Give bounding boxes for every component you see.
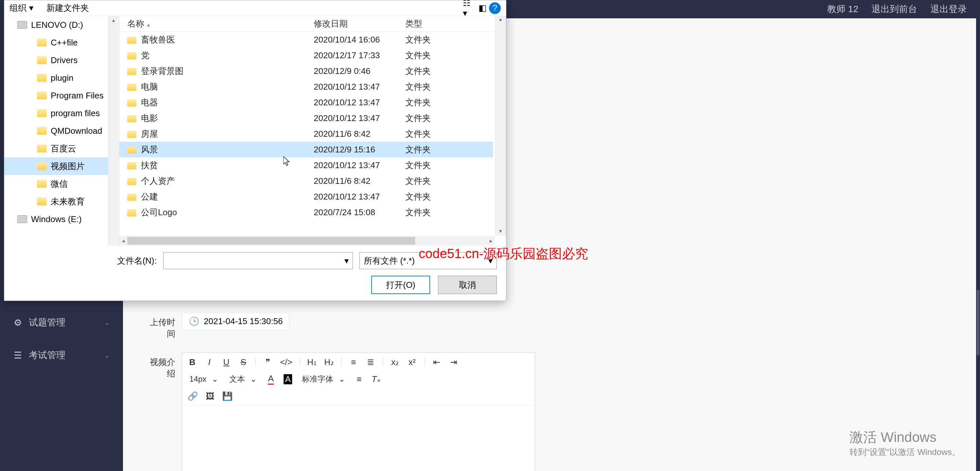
tree-label: 微信	[51, 178, 68, 190]
tree-label: C++file	[51, 38, 78, 48]
open-button[interactable]: 打开(O)	[371, 276, 430, 294]
image-button[interactable]: 🖼	[205, 390, 215, 402]
tree-scrollbar[interactable]: ▴	[108, 16, 119, 246]
code-button[interactable]: </>	[280, 356, 293, 368]
folder-icon	[127, 99, 137, 107]
bold-button[interactable]: B	[188, 356, 197, 368]
tree-folder[interactable]: Program Files	[4, 87, 119, 104]
filename-label: 文件名(N):	[117, 255, 157, 267]
tree-folder[interactable]: C++file	[4, 34, 119, 51]
quote-button[interactable]: ❞	[263, 356, 273, 368]
folder-icon	[127, 131, 137, 138]
save-button[interactable]: 💾	[222, 390, 232, 402]
align-button[interactable]: ≡	[354, 373, 364, 385]
file-type: 文件夹	[398, 207, 456, 218]
tree-folder[interactable]: 视频图片	[4, 158, 119, 175]
tree-folder[interactable]: plugin	[4, 69, 119, 87]
file-row[interactable]: 风景2020/12/9 15:16文件夹	[119, 142, 493, 158]
clear-format-button[interactable]: Tₓ	[371, 373, 381, 385]
tree-drive-e[interactable]: Windows (E:)	[4, 210, 119, 228]
sub-button[interactable]: x₂	[390, 356, 400, 368]
file-type: 文件夹	[398, 160, 456, 171]
file-type: 文件夹	[398, 50, 456, 61]
upload-time-input[interactable]: 🕒 2021-04-15 15:30:56	[182, 313, 290, 330]
list-h-scrollbar[interactable]: ◂▸	[119, 236, 495, 246]
page-scrollbar[interactable]	[976, 18, 980, 471]
col-name[interactable]: 名称▲	[119, 18, 306, 29]
user-link[interactable]: 教师 12	[827, 3, 858, 15]
folder-icon	[127, 53, 137, 59]
tree-folder[interactable]: QMDownload	[4, 122, 119, 140]
format-select[interactable]: 文本⌄	[228, 374, 259, 384]
file-name: 党	[141, 50, 150, 60]
tree-label: LENOVO (D:)	[31, 20, 83, 30]
logout-link[interactable]: 退出登录	[930, 3, 967, 15]
tree-folder[interactable]: program files	[4, 104, 119, 122]
file-row[interactable]: 个人资产2020/11/6 8:42文件夹	[119, 173, 493, 189]
file-date: 2020/10/12 13:47	[306, 97, 398, 108]
file-row[interactable]: 党2020/12/17 17:33文件夹	[119, 48, 493, 63]
filename-input[interactable]: ▾	[163, 252, 353, 269]
file-type: 文件夹	[398, 113, 456, 124]
file-date: 2020/12/9 0:46	[306, 66, 398, 76]
folder-icon	[37, 162, 47, 170]
font-family-select[interactable]: 标准字体⌄	[300, 374, 347, 384]
link-button[interactable]: 🔗	[188, 390, 198, 402]
text-color-button[interactable]: A	[266, 373, 276, 385]
bg-color-button[interactable]: A	[283, 373, 293, 385]
view-mode-button[interactable]: ☷ ▾	[463, 2, 476, 15]
folder-icon	[127, 115, 137, 123]
tree-folder[interactable]: 微信	[4, 175, 119, 193]
tree-label: QMDownload	[51, 126, 102, 136]
file-row[interactable]: 电脑2020/10/12 13:47文件夹	[119, 79, 493, 94]
file-row[interactable]: 扶贫2020/10/12 13:47文件夹	[119, 158, 493, 173]
file-row[interactable]: 畜牧兽医2020/10/14 16:06文件夹	[119, 32, 493, 48]
video-intro-row: 视频介绍 B I U S ❞ </> H₁ H₂ ≡ ≣ x₂ x² ⇤	[143, 353, 960, 471]
h1-button[interactable]: H₁	[307, 356, 317, 368]
indent-button[interactable]: ⇤	[432, 356, 442, 368]
preview-pane-button[interactable]: ◧	[476, 2, 489, 15]
tree-folder[interactable]: 百度云	[4, 140, 119, 158]
list-v-scrollbar[interactable]: ▴▾	[495, 16, 506, 236]
cancel-button[interactable]: 取消	[438, 276, 497, 294]
folder-icon	[37, 38, 47, 46]
sidebar-item-questions[interactable]: ⚙ 试题管理 ⌄	[0, 306, 123, 339]
tree-drive-d[interactable]: LENOVO (D:)	[4, 16, 119, 34]
to-front-link[interactable]: 退出到前台	[872, 3, 917, 15]
italic-button[interactable]: I	[204, 356, 214, 368]
strike-button[interactable]: S	[239, 356, 248, 368]
file-list: 名称▲ 修改日期 类型 畜牧兽医2020/10/14 16:06文件夹党2020…	[119, 16, 506, 246]
file-name: 扶贫	[141, 160, 158, 170]
ul-button[interactable]: ≣	[366, 356, 375, 368]
tree-folder[interactable]: Drivers	[4, 51, 119, 69]
ol-button[interactable]: ≡	[349, 356, 358, 368]
file-name: 登录背景图	[141, 66, 183, 76]
editor-content[interactable]	[182, 406, 535, 471]
file-row[interactable]: 公建2020/10/12 13:47文件夹	[119, 189, 493, 204]
file-date: 2020/11/6 8:42	[306, 176, 398, 186]
sup-button[interactable]: x²	[407, 356, 417, 368]
folder-icon	[127, 68, 137, 75]
sidebar-item-exams[interactable]: ☰ 考试管理 ⌄	[0, 339, 123, 372]
file-row[interactable]: 房屋2020/11/6 8:42文件夹	[119, 126, 493, 142]
col-date[interactable]: 修改日期	[306, 18, 398, 29]
file-row[interactable]: 电影2020/10/12 13:47文件夹	[119, 110, 493, 126]
clock-icon: 🕒	[189, 316, 199, 326]
file-type: 文件夹	[398, 34, 456, 46]
folder-icon	[37, 74, 47, 82]
sort-asc-icon: ▲	[146, 22, 151, 27]
tree-folder[interactable]: 未来教育	[4, 193, 119, 210]
help-icon[interactable]: ?	[489, 2, 501, 14]
tree-label: Windows (E:)	[31, 214, 82, 224]
organize-menu[interactable]: 组织 ▾	[10, 2, 33, 14]
file-row[interactable]: 公司Logo2020/7/24 15:08文件夹	[119, 204, 493, 220]
h2-button[interactable]: H₂	[324, 356, 334, 368]
file-row[interactable]: 电器2020/10/12 13:47文件夹	[119, 94, 493, 110]
font-size-select[interactable]: 14px⌄	[188, 374, 220, 383]
file-name: 电影	[141, 113, 158, 123]
new-folder-button[interactable]: 新建文件夹	[46, 2, 89, 14]
outdent-button[interactable]: ⇥	[449, 356, 458, 368]
col-type[interactable]: 类型	[398, 18, 456, 29]
underline-button[interactable]: U	[221, 356, 231, 368]
file-row[interactable]: 登录背景图2020/12/9 0:46文件夹	[119, 63, 493, 79]
